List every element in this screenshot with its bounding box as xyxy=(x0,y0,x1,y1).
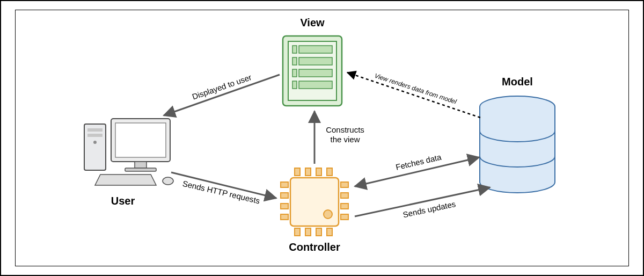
svg-point-13 xyxy=(93,141,97,144)
svg-rect-11 xyxy=(87,128,103,132)
svg-rect-19 xyxy=(290,178,339,226)
model-node xyxy=(480,96,555,193)
user-node xyxy=(84,119,173,185)
svg-rect-26 xyxy=(305,228,311,236)
user-label: User xyxy=(111,195,135,207)
svg-rect-25 xyxy=(295,228,300,236)
edge-view-to-user xyxy=(164,75,280,115)
edge-controller-model-fetch-label: Fetches data xyxy=(395,152,443,171)
svg-rect-17 xyxy=(125,168,156,171)
svg-rect-31 xyxy=(281,204,288,209)
model-label: Model xyxy=(502,76,533,88)
svg-rect-22 xyxy=(305,168,311,176)
controller-node xyxy=(281,168,348,236)
svg-rect-32 xyxy=(281,214,288,220)
svg-rect-3 xyxy=(299,46,332,53)
svg-rect-8 xyxy=(292,81,297,89)
svg-rect-27 xyxy=(316,228,321,236)
svg-rect-30 xyxy=(281,193,288,198)
svg-rect-21 xyxy=(295,168,300,176)
svg-rect-4 xyxy=(292,57,297,65)
edge-model-to-view-label: View renders data from model xyxy=(374,72,458,106)
svg-rect-9 xyxy=(299,81,332,89)
svg-rect-15 xyxy=(115,123,166,157)
diagram-outer-frame: View User xyxy=(0,0,644,276)
controller-label: Controller xyxy=(289,241,340,253)
svg-rect-7 xyxy=(299,69,332,77)
edge-controller-to-model-update-label: Sends updates xyxy=(402,199,456,219)
svg-rect-16 xyxy=(135,162,147,168)
svg-rect-24 xyxy=(327,168,332,176)
svg-point-20 xyxy=(324,210,332,219)
svg-rect-23 xyxy=(316,168,321,176)
svg-rect-29 xyxy=(281,182,288,187)
svg-rect-36 xyxy=(341,214,348,220)
edge-model-to-view xyxy=(347,72,480,118)
svg-rect-2 xyxy=(292,46,297,53)
view-node xyxy=(283,36,342,106)
edge-controller-to-view-label2: the view xyxy=(330,135,360,144)
svg-rect-5 xyxy=(299,57,332,65)
svg-rect-6 xyxy=(292,69,297,77)
svg-rect-12 xyxy=(87,134,103,137)
svg-rect-33 xyxy=(341,182,348,187)
diagram-inner-frame: View User xyxy=(15,10,629,266)
mvc-diagram: View User xyxy=(16,10,631,267)
edge-controller-to-view-label1: Constructs xyxy=(326,125,364,134)
svg-rect-34 xyxy=(341,193,348,198)
svg-rect-28 xyxy=(327,228,332,236)
view-label: View xyxy=(300,17,325,28)
svg-rect-35 xyxy=(341,204,348,209)
svg-point-18 xyxy=(163,177,173,185)
